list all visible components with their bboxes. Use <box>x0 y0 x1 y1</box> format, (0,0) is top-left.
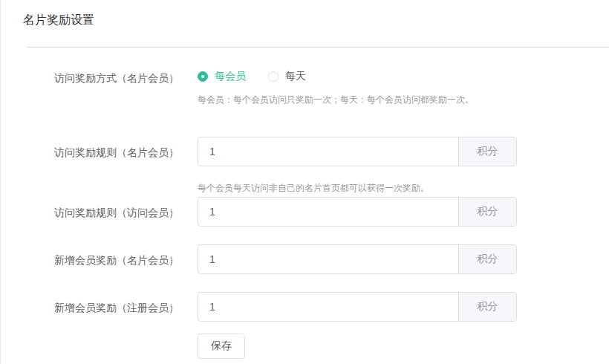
field-content: 每会员 每天 每会员：每个会员访问只奖励一次；每天：每个会员访问都奖励一次。 <box>198 69 474 106</box>
field-label: 新增会员奖励（注册会员） <box>54 292 198 315</box>
radio-option-per-day[interactable]: 每天 <box>268 70 306 83</box>
field-content: 积分 <box>198 244 517 274</box>
form-row-new-member-reward-registered: 新增会员奖励（注册会员） 积分 <box>1 292 609 322</box>
form-row-save: 保存 <box>1 334 609 359</box>
input-unit-label: 积分 <box>458 245 516 273</box>
input-unit-label: 积分 <box>458 293 516 321</box>
card-reward-settings-panel: 名片奖励设置 访问奖励方式（名片会员） 每会员 每天 每会员：每个会员访问只奖励… <box>0 0 609 364</box>
radio-option-per-member[interactable]: 每会员 <box>198 70 246 83</box>
points-input-group: 积分 <box>198 292 517 322</box>
field-content: 积分 <box>198 137 517 166</box>
radio-label[interactable]: 每天 <box>285 70 306 83</box>
points-input[interactable] <box>198 198 458 226</box>
save-button[interactable]: 保存 <box>198 334 245 359</box>
points-input[interactable] <box>198 245 458 273</box>
field-label: 访问奖励规则（访问会员） <box>54 182 198 220</box>
points-input-group: 积分 <box>198 137 517 166</box>
field-label: 访问奖励规则（名片会员） <box>54 137 198 160</box>
card-reward-form: 访问奖励方式（名片会员） 每会员 每天 每会员：每个会员访问只奖励一次；每天：每… <box>1 48 609 359</box>
radio-label[interactable]: 每会员 <box>215 70 246 83</box>
field-help-text: 每个会员每天访问非自己的名片首页都可以获得一次奖励。 <box>198 182 517 195</box>
points-input[interactable] <box>198 137 458 166</box>
form-row-visit-reward-rule-visitor: 访问奖励规则（访问会员） 每个会员每天访问非自己的名片首页都可以获得一次奖励。 … <box>1 182 609 227</box>
input-unit-label: 积分 <box>458 198 516 226</box>
form-row-visit-reward-rule-card: 访问奖励规则（名片会员） 积分 <box>1 137 609 166</box>
radio-group-visit-reward-mode: 每会员 每天 <box>198 69 474 84</box>
field-label: 访问奖励方式（名片会员） <box>54 69 198 85</box>
field-help-text: 每会员：每个会员访问只奖励一次；每天：每个会员访问都奖励一次。 <box>198 94 474 106</box>
input-unit-label: 积分 <box>458 137 516 166</box>
points-input[interactable] <box>198 293 458 321</box>
save-row-content: 保存 <box>198 334 245 359</box>
form-row-new-member-reward-card: 新增会员奖励（名片会员） 积分 <box>1 244 609 274</box>
form-row-visit-reward-mode: 访问奖励方式（名片会员） 每会员 每天 每会员：每个会员访问只奖励一次；每天：每… <box>1 69 609 106</box>
field-content: 每个会员每天访问非自己的名片首页都可以获得一次奖励。 积分 <box>198 182 517 227</box>
save-row-spacer <box>54 334 198 334</box>
page-title: 名片奖励设置 <box>23 13 94 28</box>
radio-unselected-icon[interactable] <box>268 71 279 82</box>
field-label: 新增会员奖励（名片会员） <box>54 244 198 267</box>
points-input-group: 积分 <box>198 197 517 227</box>
field-content: 积分 <box>198 292 517 322</box>
points-input-group: 积分 <box>198 244 517 274</box>
radio-selected-icon[interactable] <box>198 71 208 82</box>
